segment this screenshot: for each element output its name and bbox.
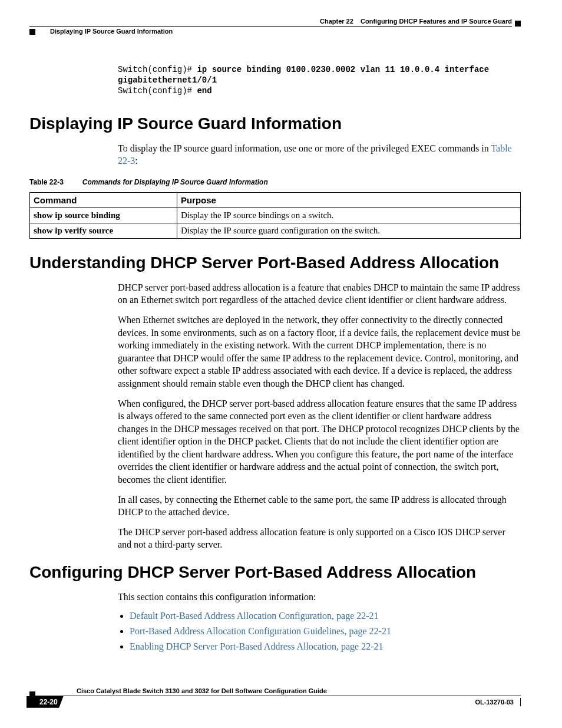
paragraph: When configured, the DHCP server port-ba… xyxy=(118,397,521,486)
header-square-icon xyxy=(515,21,521,27)
section-heading-displaying: Displaying IP Source Guard Information xyxy=(29,114,521,133)
table-header-purpose: Purpose xyxy=(177,192,520,207)
code-command: end xyxy=(197,86,211,95)
purpose-cell: Display the IP source guard configuratio… xyxy=(177,223,520,238)
xref-link[interactable]: Port-Based Address Allocation Configurat… xyxy=(130,626,521,637)
header-chapter: Chapter 22 Configuring DHCP Features and… xyxy=(320,18,512,25)
document-id: OL-13270-03 xyxy=(475,699,514,706)
header-top-row: Chapter 22 Configuring DHCP Features and… xyxy=(29,18,521,27)
command-cell: show ip verify source xyxy=(30,223,177,238)
header-lower-row: Displaying IP Source Guard Information xyxy=(29,28,521,35)
code-prompt: Switch(config)# xyxy=(118,86,197,95)
footer-book-title: Cisco Catalyst Blade Switch 3130 and 303… xyxy=(77,687,327,694)
paragraph: The DHCP server port-based address alloc… xyxy=(118,526,521,551)
section-intro: To display the IP source guard informati… xyxy=(118,142,521,167)
table-row: show ip source binding Display the IP so… xyxy=(30,207,521,223)
code-prompt: Switch(config)# xyxy=(118,65,197,74)
paragraph: In all cases, by connecting the Ethernet… xyxy=(118,493,521,519)
section-intro: This section contains this configuration… xyxy=(118,591,521,604)
page-footer: Cisco Catalyst Blade Switch 3130 and 303… xyxy=(29,687,521,708)
section-heading-configuring: Configuring DHCP Server Port-Based Addre… xyxy=(29,563,521,582)
commands-table: Command Purpose show ip source binding D… xyxy=(29,192,521,239)
paragraph: DHCP server port-based address allocatio… xyxy=(118,281,521,307)
paragraph: When Ethernet switches are deployed in t… xyxy=(118,314,521,390)
table-header-command: Command xyxy=(30,192,177,207)
command-cell: show ip source binding xyxy=(30,207,177,223)
header-square-left-icon xyxy=(29,29,35,35)
table-caption: Table 22-3Commands for Displaying IP Sou… xyxy=(29,178,521,186)
page-number: 22-20 xyxy=(27,696,64,708)
link-list: Default Port-Based Address Allocation Co… xyxy=(118,611,521,652)
table-row: show ip verify source Display the IP sou… xyxy=(30,223,521,238)
section-heading-understanding: Understanding DHCP Server Port-Based Add… xyxy=(29,253,521,272)
xref-link[interactable]: Default Port-Based Address Allocation Co… xyxy=(130,611,521,621)
header-section: Displaying IP Source Guard Information xyxy=(50,28,173,35)
footer-rule-icon xyxy=(520,698,521,706)
xref-link[interactable]: Enabling DHCP Server Port-Based Address … xyxy=(130,641,521,652)
code-sample: Switch(config)# ip source binding 0100.0… xyxy=(118,64,521,97)
document-page: Chapter 22 Configuring DHCP Features and… xyxy=(0,0,562,726)
purpose-cell: Display the IP source bindings on a swit… xyxy=(177,207,520,223)
